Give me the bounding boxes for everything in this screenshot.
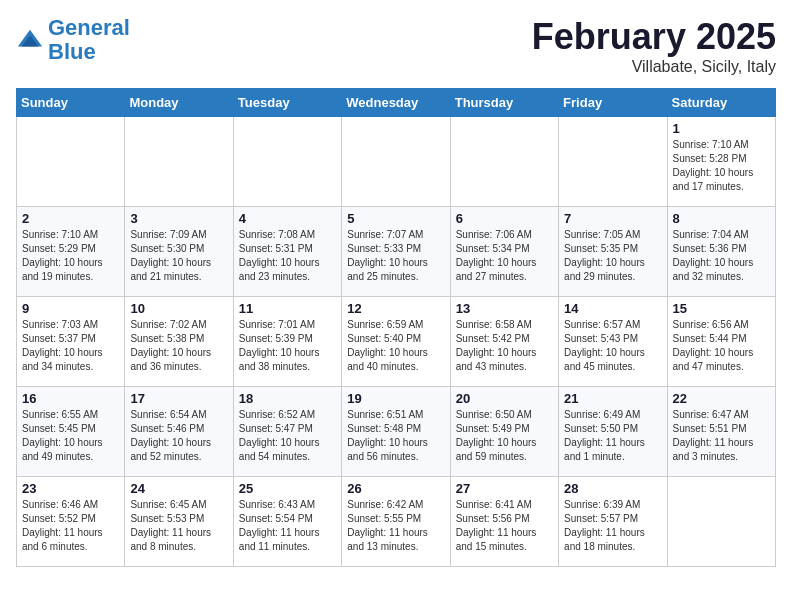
day-number: 15 [673, 301, 770, 316]
day-number: 25 [239, 481, 336, 496]
day-number: 24 [130, 481, 227, 496]
logo: General Blue [16, 16, 130, 64]
calendar-cell: 26Sunrise: 6:42 AM Sunset: 5:55 PM Dayli… [342, 477, 450, 567]
calendar-cell: 23Sunrise: 6:46 AM Sunset: 5:52 PM Dayli… [17, 477, 125, 567]
calendar-cell: 15Sunrise: 6:56 AM Sunset: 5:44 PM Dayli… [667, 297, 775, 387]
calendar-header: SundayMondayTuesdayWednesdayThursdayFrid… [17, 89, 776, 117]
calendar-cell: 17Sunrise: 6:54 AM Sunset: 5:46 PM Dayli… [125, 387, 233, 477]
title-block: February 2025 Villabate, Sicily, Italy [532, 16, 776, 76]
day-number: 8 [673, 211, 770, 226]
day-number: 1 [673, 121, 770, 136]
header-cell-monday: Monday [125, 89, 233, 117]
calendar-cell: 6Sunrise: 7:06 AM Sunset: 5:34 PM Daylig… [450, 207, 558, 297]
day-info: Sunrise: 6:55 AM Sunset: 5:45 PM Dayligh… [22, 408, 119, 464]
calendar-cell: 13Sunrise: 6:58 AM Sunset: 5:42 PM Dayli… [450, 297, 558, 387]
day-info: Sunrise: 7:07 AM Sunset: 5:33 PM Dayligh… [347, 228, 444, 284]
day-info: Sunrise: 7:10 AM Sunset: 5:29 PM Dayligh… [22, 228, 119, 284]
day-info: Sunrise: 6:49 AM Sunset: 5:50 PM Dayligh… [564, 408, 661, 464]
day-number: 21 [564, 391, 661, 406]
calendar-cell: 21Sunrise: 6:49 AM Sunset: 5:50 PM Dayli… [559, 387, 667, 477]
day-info: Sunrise: 6:56 AM Sunset: 5:44 PM Dayligh… [673, 318, 770, 374]
calendar-body: 1Sunrise: 7:10 AM Sunset: 5:28 PM Daylig… [17, 117, 776, 567]
calendar-cell [342, 117, 450, 207]
calendar-cell: 12Sunrise: 6:59 AM Sunset: 5:40 PM Dayli… [342, 297, 450, 387]
day-number: 7 [564, 211, 661, 226]
calendar-cell: 5Sunrise: 7:07 AM Sunset: 5:33 PM Daylig… [342, 207, 450, 297]
day-info: Sunrise: 7:04 AM Sunset: 5:36 PM Dayligh… [673, 228, 770, 284]
day-info: Sunrise: 7:01 AM Sunset: 5:39 PM Dayligh… [239, 318, 336, 374]
day-info: Sunrise: 7:10 AM Sunset: 5:28 PM Dayligh… [673, 138, 770, 194]
calendar-cell: 22Sunrise: 6:47 AM Sunset: 5:51 PM Dayli… [667, 387, 775, 477]
day-number: 4 [239, 211, 336, 226]
day-number: 11 [239, 301, 336, 316]
day-number: 9 [22, 301, 119, 316]
calendar-cell: 18Sunrise: 6:52 AM Sunset: 5:47 PM Dayli… [233, 387, 341, 477]
header-cell-wednesday: Wednesday [342, 89, 450, 117]
day-info: Sunrise: 6:42 AM Sunset: 5:55 PM Dayligh… [347, 498, 444, 554]
day-number: 2 [22, 211, 119, 226]
day-number: 27 [456, 481, 553, 496]
calendar-cell: 1Sunrise: 7:10 AM Sunset: 5:28 PM Daylig… [667, 117, 775, 207]
day-number: 5 [347, 211, 444, 226]
week-row-2: 9Sunrise: 7:03 AM Sunset: 5:37 PM Daylig… [17, 297, 776, 387]
day-number: 14 [564, 301, 661, 316]
logo-icon [16, 26, 44, 54]
calendar-cell: 24Sunrise: 6:45 AM Sunset: 5:53 PM Dayli… [125, 477, 233, 567]
day-info: Sunrise: 6:43 AM Sunset: 5:54 PM Dayligh… [239, 498, 336, 554]
page-header: General Blue February 2025 Villabate, Si… [16, 16, 776, 76]
day-info: Sunrise: 7:03 AM Sunset: 5:37 PM Dayligh… [22, 318, 119, 374]
day-info: Sunrise: 6:39 AM Sunset: 5:57 PM Dayligh… [564, 498, 661, 554]
week-row-3: 16Sunrise: 6:55 AM Sunset: 5:45 PM Dayli… [17, 387, 776, 477]
calendar-cell: 19Sunrise: 6:51 AM Sunset: 5:48 PM Dayli… [342, 387, 450, 477]
calendar-table: SundayMondayTuesdayWednesdayThursdayFrid… [16, 88, 776, 567]
header-cell-saturday: Saturday [667, 89, 775, 117]
day-number: 18 [239, 391, 336, 406]
day-number: 16 [22, 391, 119, 406]
logo-text: General Blue [48, 16, 130, 64]
calendar-cell [667, 477, 775, 567]
calendar-cell: 20Sunrise: 6:50 AM Sunset: 5:49 PM Dayli… [450, 387, 558, 477]
calendar-cell: 2Sunrise: 7:10 AM Sunset: 5:29 PM Daylig… [17, 207, 125, 297]
calendar-cell: 28Sunrise: 6:39 AM Sunset: 5:57 PM Dayli… [559, 477, 667, 567]
header-cell-friday: Friday [559, 89, 667, 117]
calendar-cell: 14Sunrise: 6:57 AM Sunset: 5:43 PM Dayli… [559, 297, 667, 387]
day-number: 23 [22, 481, 119, 496]
day-number: 26 [347, 481, 444, 496]
day-info: Sunrise: 6:46 AM Sunset: 5:52 PM Dayligh… [22, 498, 119, 554]
calendar-cell [233, 117, 341, 207]
day-info: Sunrise: 7:08 AM Sunset: 5:31 PM Dayligh… [239, 228, 336, 284]
calendar-cell: 25Sunrise: 6:43 AM Sunset: 5:54 PM Dayli… [233, 477, 341, 567]
day-info: Sunrise: 6:54 AM Sunset: 5:46 PM Dayligh… [130, 408, 227, 464]
day-info: Sunrise: 6:50 AM Sunset: 5:49 PM Dayligh… [456, 408, 553, 464]
calendar-cell: 11Sunrise: 7:01 AM Sunset: 5:39 PM Dayli… [233, 297, 341, 387]
day-info: Sunrise: 7:06 AM Sunset: 5:34 PM Dayligh… [456, 228, 553, 284]
day-info: Sunrise: 6:57 AM Sunset: 5:43 PM Dayligh… [564, 318, 661, 374]
calendar-cell [17, 117, 125, 207]
day-info: Sunrise: 7:09 AM Sunset: 5:30 PM Dayligh… [130, 228, 227, 284]
day-number: 13 [456, 301, 553, 316]
day-number: 10 [130, 301, 227, 316]
calendar-cell: 27Sunrise: 6:41 AM Sunset: 5:56 PM Dayli… [450, 477, 558, 567]
day-info: Sunrise: 7:02 AM Sunset: 5:38 PM Dayligh… [130, 318, 227, 374]
week-row-4: 23Sunrise: 6:46 AM Sunset: 5:52 PM Dayli… [17, 477, 776, 567]
day-number: 12 [347, 301, 444, 316]
day-number: 17 [130, 391, 227, 406]
calendar-cell [450, 117, 558, 207]
day-info: Sunrise: 6:45 AM Sunset: 5:53 PM Dayligh… [130, 498, 227, 554]
day-number: 19 [347, 391, 444, 406]
day-number: 6 [456, 211, 553, 226]
day-number: 28 [564, 481, 661, 496]
calendar-cell [559, 117, 667, 207]
day-info: Sunrise: 6:52 AM Sunset: 5:47 PM Dayligh… [239, 408, 336, 464]
calendar-cell: 4Sunrise: 7:08 AM Sunset: 5:31 PM Daylig… [233, 207, 341, 297]
calendar-subtitle: Villabate, Sicily, Italy [532, 58, 776, 76]
calendar-cell: 10Sunrise: 7:02 AM Sunset: 5:38 PM Dayli… [125, 297, 233, 387]
calendar-title: February 2025 [532, 16, 776, 58]
header-cell-sunday: Sunday [17, 89, 125, 117]
calendar-cell: 8Sunrise: 7:04 AM Sunset: 5:36 PM Daylig… [667, 207, 775, 297]
day-number: 22 [673, 391, 770, 406]
calendar-cell: 16Sunrise: 6:55 AM Sunset: 5:45 PM Dayli… [17, 387, 125, 477]
day-info: Sunrise: 7:05 AM Sunset: 5:35 PM Dayligh… [564, 228, 661, 284]
day-info: Sunrise: 6:59 AM Sunset: 5:40 PM Dayligh… [347, 318, 444, 374]
header-cell-thursday: Thursday [450, 89, 558, 117]
